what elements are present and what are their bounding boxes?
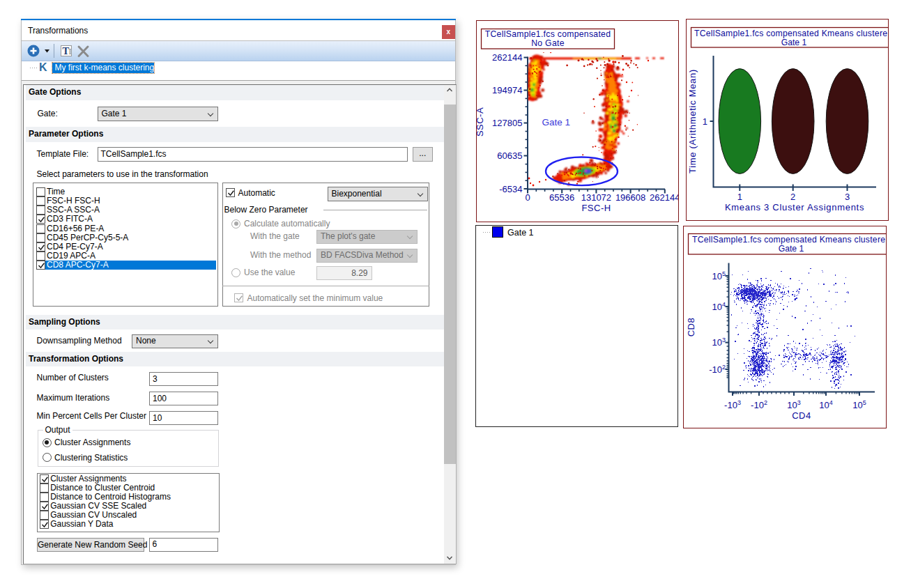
- svg-text:105: 105: [712, 270, 726, 281]
- svg-text:1: 1: [703, 116, 707, 127]
- svg-text:SSC-A: SSC-A: [477, 107, 485, 137]
- svg-text:TCellSample1.fcs compensated K: TCellSample1.fcs compensated Kmeans clus…: [694, 29, 887, 38]
- svg-text:-102: -102: [709, 364, 726, 375]
- svg-text:0: 0: [525, 192, 530, 203]
- svg-text:104: 104: [819, 399, 832, 410]
- svg-text:CD4: CD4: [792, 410, 811, 421]
- svg-text:262144: 262144: [492, 52, 522, 63]
- svg-text:262144: 262144: [650, 192, 678, 203]
- svg-text:TCellSample1.fcs compensated K: TCellSample1.fcs compensated Kmeans clus…: [692, 235, 885, 245]
- svg-text:Gate 1: Gate 1: [542, 117, 571, 127]
- svg-text:194974: 194974: [492, 85, 522, 95]
- svg-text:2: 2: [790, 192, 795, 202]
- svg-text:-103: -103: [724, 399, 741, 410]
- svg-text:Gate 1: Gate 1: [781, 38, 807, 47]
- svg-text:196608: 196608: [615, 192, 645, 203]
- svg-text:-6534: -6534: [499, 184, 522, 194]
- svg-text:Kmeans 3 Cluster Assignments: Kmeans 3 Cluster Assignments: [725, 202, 864, 212]
- svg-text:60635: 60635: [497, 150, 522, 161]
- svg-text:3: 3: [845, 192, 850, 202]
- svg-text:I: I: [69, 47, 72, 56]
- svg-text:104: 104: [712, 301, 726, 312]
- svg-text:-102: -102: [751, 399, 767, 410]
- svg-text:127805: 127805: [492, 118, 522, 128]
- svg-text:Time (Arithmetic Mean): Time (Arithmetic Mean): [687, 69, 698, 173]
- svg-text:1: 1: [737, 192, 742, 202]
- svg-text:CD8: CD8: [686, 318, 696, 337]
- svg-text:Gate 1: Gate 1: [779, 244, 804, 254]
- svg-text:103: 103: [712, 336, 726, 348]
- svg-text:105: 105: [852, 399, 866, 410]
- svg-text:131072: 131072: [581, 192, 611, 203]
- svg-text:103: 103: [787, 399, 800, 410]
- svg-text:FSC-H: FSC-H: [581, 203, 611, 213]
- svg-text:65536: 65536: [549, 192, 574, 203]
- svg-text:TCellSample1.fcs compensated: TCellSample1.fcs compensated: [485, 29, 611, 39]
- svg-text:No Gate: No Gate: [531, 38, 565, 48]
